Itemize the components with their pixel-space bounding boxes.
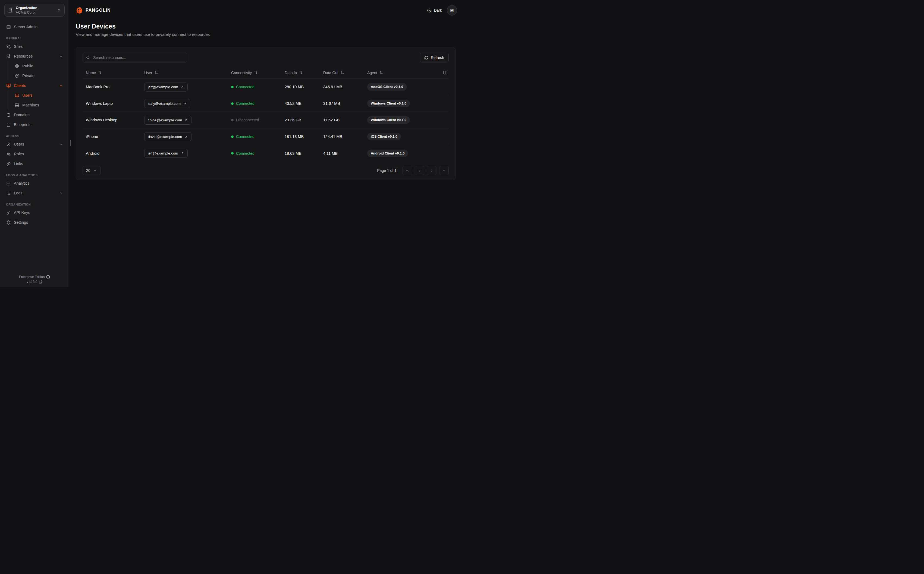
next-page-button[interactable] bbox=[427, 166, 437, 175]
column-label: Agent bbox=[367, 71, 377, 75]
user-link[interactable]: david@example.com bbox=[144, 132, 191, 141]
data-out-value: 346.91 MB bbox=[320, 85, 364, 89]
sidebar-item-server-admin[interactable]: Server Admin bbox=[4, 22, 65, 32]
agent-badge: Android Client v0.1.0 bbox=[367, 150, 408, 157]
topbar: PANGOLIN Dark M bbox=[69, 0, 462, 20]
sites-icon bbox=[6, 44, 11, 49]
column-label: User bbox=[144, 71, 152, 75]
sidebar-item-label: Users bbox=[22, 93, 33, 98]
sidebar-item-logs[interactable]: Logs bbox=[4, 188, 65, 198]
device-name: Windows Lapto bbox=[83, 101, 141, 106]
connectivity-label: Connected bbox=[236, 101, 254, 106]
table-row: Windows Laptosally@example.comConnected4… bbox=[83, 95, 449, 112]
user-link[interactable]: sally@example.com bbox=[144, 99, 190, 108]
refresh-label: Refresh bbox=[431, 55, 444, 60]
sidebar-item-private[interactable]: Private bbox=[12, 71, 65, 80]
sidebar-item-settings[interactable]: Settings bbox=[4, 218, 65, 227]
page-subtitle: View and manage devices that users use t… bbox=[76, 32, 456, 37]
sort-icon bbox=[341, 71, 344, 74]
table-row: Windows Desktopchloe@example.comDisconne… bbox=[83, 112, 449, 128]
edition-link[interactable]: Enterprise Edition bbox=[19, 275, 50, 279]
status-dot-icon bbox=[231, 102, 233, 105]
theme-toggle-button[interactable]: Dark bbox=[427, 8, 442, 13]
main-content: PANGOLIN Dark M User Devices View and ma… bbox=[69, 0, 462, 287]
agent-badge: Windows Client v0.1.0 bbox=[367, 116, 410, 124]
sidebar-nav: Server AdminGENERALSitesResourcesPublicP… bbox=[4, 17, 65, 227]
column-label: Data In bbox=[285, 71, 297, 75]
prev-page-button[interactable] bbox=[415, 166, 424, 175]
column-label: Data Out bbox=[323, 71, 338, 75]
sidebar-item-sites[interactable]: Sites bbox=[4, 41, 65, 51]
sidebar-item-resources[interactable]: Resources bbox=[4, 51, 65, 61]
moon-icon bbox=[427, 8, 432, 13]
globe-icon bbox=[6, 113, 11, 117]
sidebar-item-label: Machines bbox=[22, 103, 39, 107]
sort-icon bbox=[254, 71, 257, 74]
search-input[interactable] bbox=[83, 53, 187, 63]
user-link[interactable]: jeff@example.com bbox=[144, 149, 188, 158]
sidebar-scrollbar-thumb[interactable] bbox=[70, 140, 71, 146]
arrow-up-right-icon bbox=[181, 151, 184, 155]
sidebar: Organization ACME Corp. Server AdminGENE… bbox=[0, 0, 69, 287]
avatar[interactable]: M bbox=[447, 5, 457, 16]
sidebar-item-users[interactable]: Users bbox=[12, 90, 65, 100]
device-name: MacBook Pro bbox=[83, 85, 141, 89]
user-link[interactable]: jeff@example.com bbox=[144, 82, 188, 91]
sidebar-item-label: Private bbox=[22, 74, 35, 78]
column-header-agent[interactable]: Agent bbox=[364, 71, 439, 75]
table-row: iPhonedavid@example.comConnected181.13 M… bbox=[83, 128, 449, 145]
user-email: jeff@example.com bbox=[148, 151, 178, 155]
sort-icon bbox=[155, 71, 158, 74]
status-dot-icon bbox=[231, 152, 233, 155]
column-header-name[interactable]: Name bbox=[83, 71, 141, 75]
status-dot-icon bbox=[231, 86, 233, 88]
section-label: ORGANIZATION bbox=[6, 202, 65, 207]
status-dot-icon bbox=[231, 136, 233, 138]
sidebar-item-machines[interactable]: Machines bbox=[12, 100, 65, 110]
sidebar-item-analytics[interactable]: Analytics bbox=[4, 178, 65, 188]
sidebar-item-domains[interactable]: Domains bbox=[4, 110, 65, 120]
column-header-user[interactable]: User bbox=[141, 71, 228, 75]
sidebar-item-public[interactable]: Public bbox=[12, 61, 65, 71]
brand-name: PANGOLIN bbox=[85, 8, 111, 13]
sidebar-item-roles[interactable]: Roles bbox=[4, 149, 65, 159]
sort-icon bbox=[299, 71, 303, 74]
first-page-button[interactable] bbox=[402, 166, 412, 175]
sidebar-item-blueprints[interactable]: Blueprints bbox=[4, 120, 65, 129]
data-in-value: 280.10 MB bbox=[281, 85, 320, 89]
page-size-value: 20 bbox=[86, 168, 90, 173]
column-header-connectivity[interactable]: Connectivity bbox=[228, 71, 281, 75]
user-icon bbox=[6, 142, 11, 147]
pangolin-logo-icon bbox=[76, 7, 83, 14]
section-label: LOGS & ANALYTICS bbox=[6, 173, 65, 177]
page-size-select[interactable]: 20 bbox=[83, 166, 101, 175]
chevron-up-icon bbox=[59, 54, 63, 58]
sidebar-item-access-users[interactable]: Users bbox=[4, 139, 65, 149]
sidebar-item-clients[interactable]: Clients bbox=[4, 80, 65, 90]
edition-label: Enterprise Edition bbox=[19, 275, 45, 279]
table-row: Androidjeff@example.comConnected18.63 MB… bbox=[83, 145, 449, 162]
globe-lock-icon bbox=[14, 74, 19, 78]
sidebar-children-clients: UsersMachines bbox=[8, 90, 65, 110]
column-visibility-button[interactable] bbox=[442, 70, 448, 76]
topbar-right: Dark M bbox=[427, 5, 457, 16]
section-label: ACCESS bbox=[6, 134, 65, 138]
column-header-data-in[interactable]: Data In bbox=[281, 71, 320, 75]
version-link[interactable]: v1.13.0 bbox=[27, 280, 43, 284]
sidebar-item-label: Logs bbox=[14, 191, 22, 195]
last-page-button[interactable] bbox=[439, 166, 449, 175]
sidebar-item-api-keys[interactable]: API Keys bbox=[4, 208, 65, 218]
connectivity-status: Disconnected bbox=[231, 118, 259, 122]
chevrons-up-down-icon bbox=[57, 8, 61, 13]
column-header-data-out[interactable]: Data Out bbox=[320, 71, 364, 75]
refresh-button[interactable]: Refresh bbox=[419, 53, 449, 63]
user-link[interactable]: chloe@example.com bbox=[144, 116, 191, 125]
table-body: MacBook Projeff@example.comConnected280.… bbox=[83, 79, 449, 162]
devices-card: Refresh NameUserConnectivityData InData … bbox=[76, 47, 456, 180]
sidebar-item-links[interactable]: Links bbox=[4, 159, 65, 169]
connectivity-label: Connected bbox=[236, 134, 254, 139]
table-toolbar: Refresh bbox=[83, 53, 449, 63]
org-selector[interactable]: Organization ACME Corp. bbox=[4, 4, 65, 17]
sidebar-item-label: Blueprints bbox=[14, 123, 31, 127]
app-root: Organization ACME Corp. Server AdminGENE… bbox=[0, 0, 462, 287]
